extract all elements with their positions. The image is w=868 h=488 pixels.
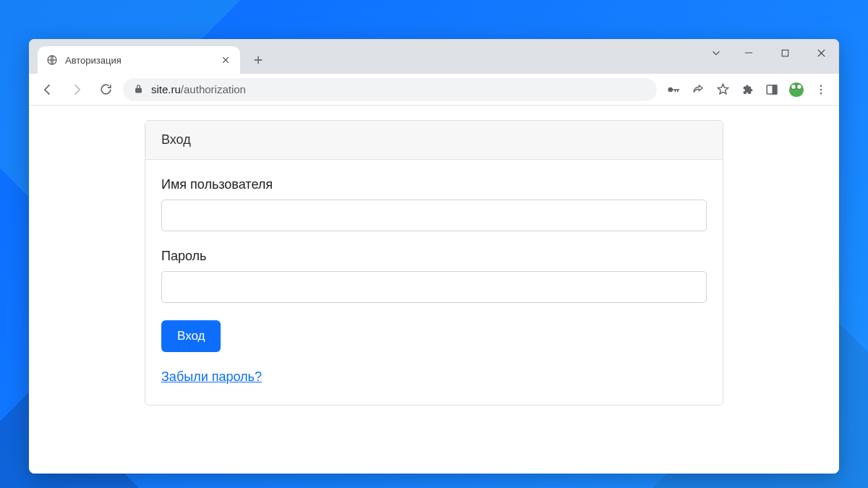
- back-button[interactable]: [36, 78, 59, 101]
- browser-tab[interactable]: Авторизация: [38, 46, 240, 74]
- share-icon[interactable]: [687, 79, 709, 100]
- window-controls: [702, 39, 839, 67]
- url-text: site.ru/authorization: [151, 83, 647, 95]
- globe-icon: [46, 54, 58, 66]
- extension-frog-icon[interactable]: [786, 79, 807, 100]
- close-window-button[interactable]: [803, 39, 839, 67]
- reload-button[interactable]: [94, 78, 117, 101]
- page-content: Вход Имя пользователя Пароль Вход Забыли…: [29, 106, 839, 474]
- minimize-button[interactable]: [731, 39, 767, 67]
- password-label: Пароль: [161, 249, 707, 264]
- tab-search-icon[interactable]: [702, 39, 731, 67]
- forgot-password-link[interactable]: Забыли пароль?: [161, 369, 262, 385]
- maximize-button[interactable]: [767, 39, 803, 67]
- svg-point-6: [820, 88, 822, 90]
- login-card: Вход Имя пользователя Пароль Вход Забыли…: [145, 120, 723, 406]
- address-bar[interactable]: site.ru/authorization: [123, 78, 657, 101]
- new-tab-button[interactable]: [247, 49, 269, 71]
- forward-button[interactable]: [65, 78, 88, 101]
- browser-toolbar: site.ru/authorization: [29, 74, 839, 106]
- bookmark-star-icon[interactable]: [712, 79, 733, 100]
- svg-rect-4: [773, 85, 777, 94]
- card-title: Вход: [145, 121, 723, 160]
- lock-icon: [133, 84, 144, 95]
- password-key-icon[interactable]: [663, 79, 684, 100]
- svg-point-2: [668, 87, 673, 92]
- menu-dots-icon[interactable]: [810, 79, 832, 100]
- svg-point-7: [820, 93, 822, 94]
- browser-titlebar: Авторизация: [29, 39, 839, 74]
- extensions-puzzle-icon[interactable]: [736, 79, 758, 100]
- toolbar-actions: [663, 79, 832, 100]
- browser-window: Авторизация: [29, 39, 839, 474]
- username-input[interactable]: [161, 200, 707, 231]
- svg-point-5: [820, 85, 822, 86]
- tab-title: Авторизация: [65, 55, 213, 66]
- sidepanel-icon[interactable]: [761, 79, 783, 100]
- submit-button[interactable]: Вход: [161, 320, 221, 352]
- svg-rect-1: [782, 50, 788, 56]
- card-body: Имя пользователя Пароль Вход Забыли паро…: [145, 160, 723, 405]
- username-label: Имя пользователя: [161, 177, 707, 192]
- close-tab-icon[interactable]: [220, 54, 231, 66]
- password-input[interactable]: [161, 271, 707, 303]
